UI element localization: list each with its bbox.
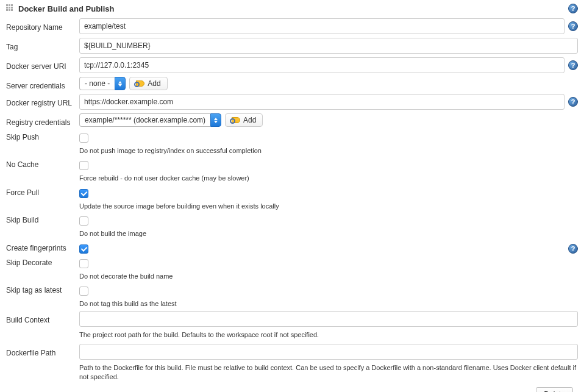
skip-decorate-checkbox[interactable] [79, 259, 88, 268]
label-server-uri: Docker server URI [6, 57, 79, 71]
registry-credentials-selected: example/****** (docker.example.com) [79, 113, 210, 127]
create-fingerprints-checkbox[interactable] [79, 244, 88, 254]
skip-build-checkbox[interactable] [79, 216, 88, 226]
section-title: Docker Build and Publish [18, 4, 114, 13]
label-build-context: Build Context [6, 311, 79, 324]
force-pull-checkbox[interactable] [79, 189, 88, 198]
help-icon[interactable]: ? [568, 244, 578, 254]
force-pull-description: Update the source image before building … [79, 202, 578, 211]
bottom-bar: Delete [6, 387, 578, 392]
key-icon [232, 117, 240, 123]
label-skip-push: Skip Push [6, 130, 79, 141]
row-server-credentials: Server credentials - none - Add [6, 77, 578, 90]
help-icon[interactable]: ? [568, 4, 578, 13]
registry-credentials-select[interactable]: example/****** (docker.example.com) [79, 113, 221, 127]
skip-push-description: Do not push image to registry/index on s… [79, 146, 578, 155]
label-repository-name: Repository Name [6, 18, 79, 32]
add-server-credentials-button[interactable]: Add [129, 77, 167, 90]
section-header: Docker Build and Publish ? [6, 4, 578, 13]
label-dockerfile-path: Dockerfile Path [6, 344, 79, 357]
help-icon[interactable]: ? [568, 97, 578, 107]
server-credentials-selected: - none - [79, 77, 115, 90]
row-skip-tag-latest: Skip tag as latest Do not tag this build… [6, 283, 578, 308]
label-registry-credentials: Registry credentials [6, 113, 79, 127]
row-repository-name: Repository Name ? [6, 18, 578, 34]
row-dockerfile-path: Dockerfile Path Path to the Dockerfile f… [6, 344, 578, 382]
label-skip-build: Skip Build [6, 213, 79, 224]
label-create-fingerprints: Create fingerprints [6, 241, 79, 252]
tag-input[interactable] [79, 38, 578, 54]
row-skip-decorate: Skip Decorate Do not decorate the build … [6, 256, 578, 281]
row-build-context: Build Context The project root path for … [6, 311, 578, 340]
row-registry-credentials: Registry credentials example/****** (doc… [6, 113, 578, 127]
skip-tag-latest-checkbox[interactable] [79, 287, 88, 296]
row-skip-build: Skip Build Do not build the image [6, 213, 578, 238]
add-button-label: Add [148, 79, 160, 88]
label-tag: Tag [6, 38, 79, 51]
repository-name-input[interactable] [79, 18, 564, 34]
label-skip-tag-latest: Skip tag as latest [6, 283, 79, 294]
skip-tag-latest-description: Do not tag this build as the latest [79, 299, 578, 308]
dockerfile-path-description: Path to the Dockerfile for this build. F… [79, 363, 578, 382]
add-registry-credentials-button[interactable]: Add [225, 113, 263, 127]
row-force-pull: Force Pull Update the source image befor… [6, 186, 578, 211]
skip-push-checkbox[interactable] [79, 134, 88, 143]
row-no-cache: No Cache Force rebuild - do not user doc… [6, 158, 578, 183]
drag-handle-icon[interactable] [6, 4, 15, 13]
help-icon[interactable]: ? [568, 21, 578, 31]
chevron-updown-icon [115, 77, 126, 90]
build-context-input[interactable] [79, 311, 578, 327]
registry-url-input[interactable] [79, 94, 564, 110]
label-server-credentials: Server credentials [6, 77, 79, 90]
server-credentials-select[interactable]: - none - [79, 77, 126, 90]
label-skip-decorate: Skip Decorate [6, 256, 79, 267]
build-context-description: The project root path for the build. Def… [79, 330, 578, 340]
skip-build-description: Do not build the image [79, 229, 578, 238]
key-icon [136, 80, 144, 87]
no-cache-description: Force rebuild - do not user docker cache… [79, 174, 578, 183]
chevron-updown-icon [210, 113, 221, 127]
row-create-fingerprints: Create fingerprints ? [6, 241, 578, 254]
row-server-uri: Docker server URI ? [6, 57, 578, 73]
delete-button[interactable]: Delete [536, 387, 573, 392]
label-registry-url: Docker registry URL [6, 94, 79, 107]
add-button-label: Add [243, 116, 256, 124]
skip-decorate-description: Do not decorate the build name [79, 272, 578, 281]
row-tag: Tag [6, 38, 578, 54]
row-registry-url: Docker registry URL ? [6, 94, 578, 110]
no-cache-checkbox[interactable] [79, 161, 88, 170]
dockerfile-path-input[interactable] [79, 344, 578, 360]
help-icon[interactable]: ? [568, 60, 578, 70]
server-uri-input[interactable] [79, 57, 564, 73]
label-no-cache: No Cache [6, 158, 79, 169]
label-force-pull: Force Pull [6, 186, 79, 197]
row-skip-push: Skip Push Do not push image to registry/… [6, 130, 578, 155]
